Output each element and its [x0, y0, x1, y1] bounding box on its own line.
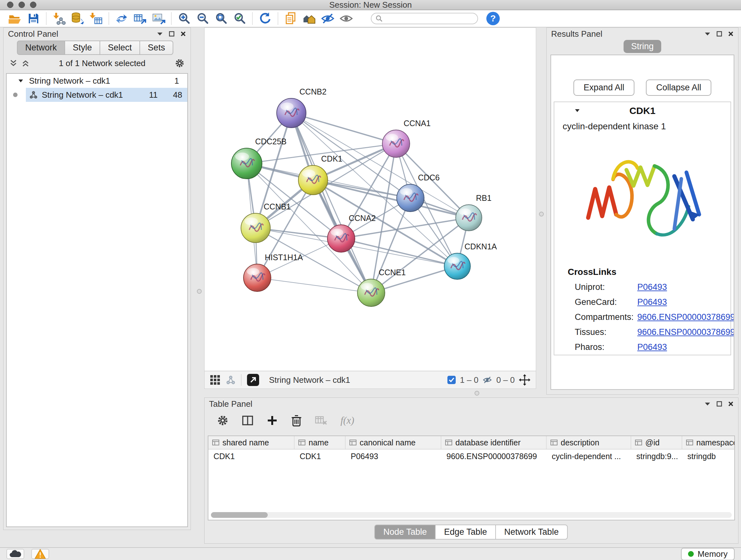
import-network-from-file-button[interactable] — [50, 11, 68, 26]
column-header[interactable]: name — [294, 436, 346, 449]
network-node-CCNB1[interactable] — [241, 213, 270, 243]
network-edge[interactable] — [341, 239, 457, 266]
disclosure-triangle-icon[interactable] — [18, 79, 23, 83]
column-header[interactable]: shared name — [208, 436, 294, 449]
delete-column-icon[interactable] — [291, 415, 302, 427]
network-node-CDC6[interactable] — [397, 184, 424, 212]
network-node-CCNE1[interactable] — [357, 279, 385, 307]
network-edge[interactable] — [291, 113, 469, 218]
tab-style[interactable]: Style — [64, 41, 100, 55]
panel-float-icon[interactable] — [717, 31, 722, 37]
network-node-HIST1H1A[interactable] — [244, 264, 271, 292]
birds-eye-view-icon[interactable] — [210, 374, 220, 385]
panel-close-icon[interactable] — [180, 31, 186, 37]
table-cell[interactable]: stringdb:9... — [631, 452, 682, 461]
crosslink-link[interactable]: 9606.ENSP00000378699 — [637, 312, 734, 322]
horizontal-scrollbar[interactable] — [211, 512, 732, 518]
table-row[interactable]: CDK1CDK1P064939606.ENSP00000378699cyclin… — [208, 449, 734, 463]
expand-all-icon[interactable] — [21, 59, 30, 67]
pan-crosshair-icon[interactable] — [519, 374, 531, 386]
network-node-CDK1[interactable] — [298, 165, 328, 195]
network-node-CCNA2[interactable] — [327, 225, 355, 252]
gear-icon[interactable] — [175, 58, 185, 68]
clone-network-button[interactable] — [112, 11, 131, 26]
zoom-selected-button[interactable] — [230, 11, 249, 26]
table-cell[interactable]: CDK1 — [208, 452, 294, 461]
network-edge[interactable] — [291, 113, 396, 144]
toggle-glass-effect-button[interactable] — [319, 11, 337, 26]
tab-string[interactable]: String — [623, 40, 662, 53]
tab-sets[interactable]: Sets — [139, 41, 173, 55]
network-node-CCNB2[interactable] — [277, 98, 306, 128]
close-window-button[interactable] — [7, 2, 13, 8]
network-edge[interactable] — [313, 180, 469, 218]
network-edge[interactable] — [371, 198, 410, 293]
tab-network-table[interactable]: Network Table — [495, 524, 568, 540]
panel-menu-icon[interactable] — [704, 32, 711, 36]
table-settings-gear-icon[interactable] — [217, 415, 229, 427]
network-node-RB1[interactable] — [456, 205, 482, 231]
export-image-button[interactable] — [149, 11, 168, 26]
add-column-icon[interactable] — [266, 415, 278, 426]
expand-all-button[interactable]: Expand All — [574, 79, 635, 96]
import-table-from-file-button[interactable] — [87, 11, 105, 26]
show-structures-button[interactable] — [337, 11, 355, 26]
select-columns-icon[interactable] — [242, 415, 254, 427]
refresh-view-button[interactable] — [256, 11, 274, 26]
export-table-button[interactable] — [131, 11, 149, 26]
panel-menu-icon[interactable] — [704, 401, 711, 406]
table-cell[interactable]: stringdb — [682, 452, 735, 461]
crosslink-link[interactable]: P06493 — [637, 282, 667, 292]
warnings-button[interactable] — [31, 549, 49, 559]
save-session-button[interactable] — [24, 11, 43, 26]
panel-close-icon[interactable] — [728, 31, 734, 37]
crosslink-link[interactable]: P06493 — [637, 342, 667, 352]
crosslink-link[interactable]: 9606.ENSP00000378699 — [637, 327, 734, 337]
zoom-fit-button[interactable] — [212, 11, 230, 26]
function-builder-button[interactable]: f(x) — [340, 415, 354, 426]
tab-node-table[interactable]: Node Table — [374, 524, 435, 540]
column-header[interactable]: description — [547, 436, 631, 449]
network-node-CDC25B[interactable] — [231, 148, 262, 179]
column-header[interactable]: @id — [631, 436, 682, 449]
open-session-button[interactable] — [6, 11, 24, 26]
clear-table-icon[interactable] — [315, 415, 328, 426]
right-splitter-handle[interactable] — [539, 212, 544, 216]
disclosure-triangle-icon[interactable] — [575, 109, 580, 112]
collapse-all-icon[interactable] — [9, 59, 17, 67]
crosslink-link[interactable]: P06493 — [637, 297, 667, 307]
minimize-window-button[interactable] — [18, 2, 25, 8]
table-cell[interactable]: cyclin-dependent ... — [547, 452, 631, 461]
string-home-button[interactable] — [300, 11, 319, 26]
detach-view-icon[interactable] — [247, 374, 259, 386]
bottom-splitter-handle[interactable] — [475, 391, 479, 395]
search-input[interactable] — [383, 14, 472, 23]
left-splitter-handle[interactable] — [197, 289, 202, 294]
tab-network[interactable]: Network — [17, 41, 65, 55]
memory-button[interactable]: Memory — [681, 548, 735, 560]
selected-network[interactable]: String Network – cdk1 11 48 — [26, 88, 187, 102]
tab-edge-table[interactable]: Edge Table — [435, 524, 496, 540]
network-node-CCNA1[interactable] — [382, 130, 410, 158]
network-edge[interactable] — [291, 113, 371, 293]
panel-close-icon[interactable] — [728, 401, 734, 407]
panel-menu-icon[interactable] — [157, 32, 163, 36]
help-button[interactable]: ? — [486, 12, 500, 25]
collapse-all-button[interactable]: Collapse All — [646, 79, 711, 96]
table-cell[interactable]: CDK1 — [294, 452, 346, 461]
table-cell[interactable]: 9606.ENSP00000378699 — [441, 452, 547, 461]
network-row[interactable]: String Network – cdk1 11 48 — [7, 88, 187, 102]
network-overview-icon[interactable] — [226, 375, 236, 385]
column-header[interactable]: canonical name — [346, 436, 441, 449]
network-canvas[interactable]: CCNB2CCNA1CDC25BCDK1CDC6RB1CCNB1CCNA2CDK… — [205, 28, 536, 371]
tab-select[interactable]: Select — [99, 41, 140, 55]
zoom-window-button[interactable] — [30, 2, 37, 8]
column-header[interactable]: namespace — [682, 436, 735, 449]
column-header[interactable]: database identifier — [441, 436, 547, 449]
scrollbar-thumb[interactable] — [211, 512, 268, 518]
import-network-from-database-button[interactable] — [68, 11, 87, 26]
network-edge[interactable] — [257, 278, 371, 293]
network-collection-row[interactable]: String Network – cdk1 1 — [7, 74, 187, 88]
zoom-out-button[interactable] — [193, 11, 212, 26]
table-cell[interactable]: P06493 — [346, 452, 441, 461]
